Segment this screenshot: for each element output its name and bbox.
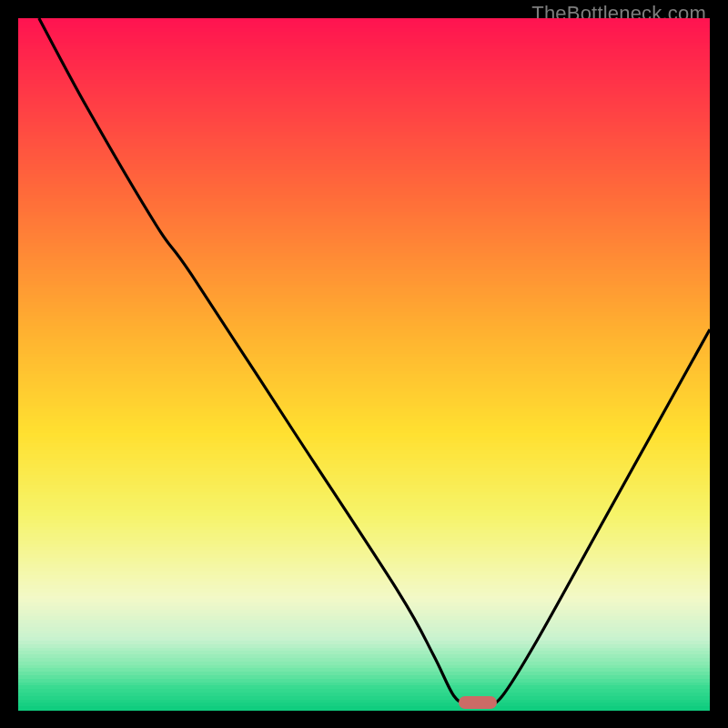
chart-frame: TheBottleneck.com: [0, 0, 728, 728]
bottleneck-curve: [18, 18, 710, 710]
optimum-marker: [459, 696, 497, 709]
plot-area: [18, 18, 710, 710]
